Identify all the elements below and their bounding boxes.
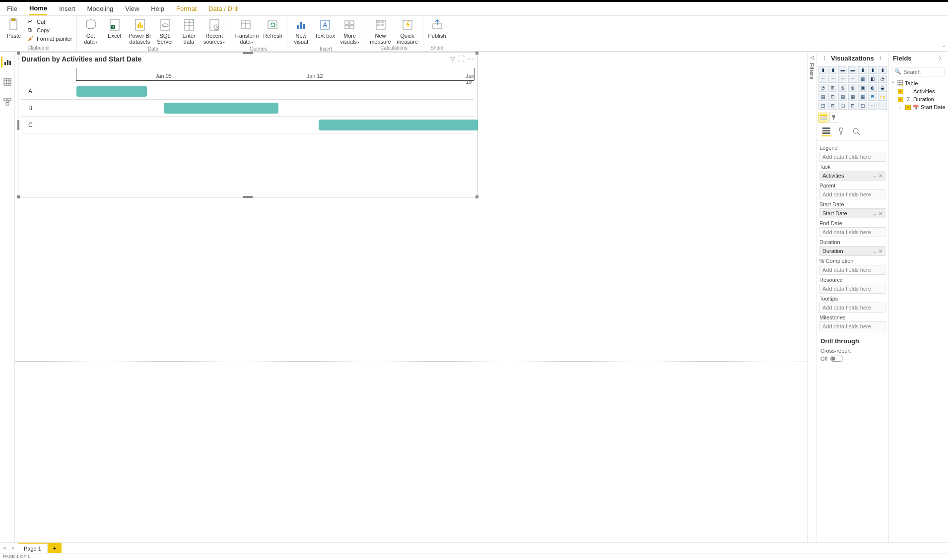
cross-report-toggle[interactable] <box>830 356 843 362</box>
viz-pane-collapse-left[interactable]: 〈 <box>820 55 826 62</box>
start-remove-icon[interactable]: ✕ <box>879 211 882 216</box>
well-start-date[interactable]: Start Date⌄✕ <box>819 208 885 218</box>
viz-type-12[interactable]: ◧ <box>868 75 877 83</box>
field-start-date[interactable]: ⌄ ✓ 📅 Start Date <box>891 103 946 111</box>
gantt-visual[interactable]: ▽ ⛶ ⋯ Duration by Activities and Start D… <box>18 53 477 197</box>
filter-icon[interactable]: ▽ <box>450 55 455 62</box>
recent-sources-button[interactable]: Recent sources▾ <box>202 17 227 46</box>
transform-data-button[interactable]: Transform data▾ <box>233 17 260 46</box>
fields-search[interactable]: 🔍 <box>892 67 945 76</box>
viz-type-6[interactable]: ▮ <box>878 66 887 74</box>
report-view-button[interactable] <box>1 57 12 67</box>
viz-type-23[interactable]: ▤ <box>838 93 847 101</box>
page-next-button[interactable]: ▸ <box>9 543 18 553</box>
viz-type-32[interactable]: ◫ <box>858 102 867 110</box>
viz-type-22[interactable]: ⊡ <box>828 93 837 101</box>
viz-type-11[interactable]: ▦ <box>858 75 867 83</box>
page-tab-1[interactable]: Page 1 <box>18 543 48 553</box>
viz-type-26[interactable]: R <box>868 93 877 101</box>
gantt-bar[interactable] <box>164 103 278 114</box>
page-prev-button[interactable]: ◂ <box>0 543 9 553</box>
new-visual-button[interactable]: New visual <box>290 17 312 45</box>
field-activities[interactable]: ✓ Activities <box>891 87 946 95</box>
start-caret-icon[interactable]: ⌄ <box>873 211 877 216</box>
tab-data-drill[interactable]: Data / Drill <box>208 3 239 14</box>
fields-pane-collapse[interactable]: 〉 <box>939 55 944 62</box>
viz-type-20[interactable]: ◒ <box>878 84 887 92</box>
viz-type-24[interactable]: ▦ <box>848 93 857 101</box>
checkbox-checked-icon[interactable]: ✓ <box>905 105 911 110</box>
viz-type-33[interactable]: ⋯ <box>868 102 877 110</box>
viz-type-29[interactable]: ⊟ <box>828 102 837 110</box>
well-resource[interactable]: Add data fields here <box>819 284 885 294</box>
tab-file[interactable]: File <box>7 3 17 14</box>
viz-type-7[interactable]: 〰 <box>818 75 827 83</box>
sql-server-button[interactable]: SQL Server <box>154 17 176 45</box>
report-canvas[interactable]: ▽ ⛶ ⋯ Duration by Activities and Start D… <box>15 52 807 542</box>
duration-caret-icon[interactable]: ⌄ <box>873 249 877 254</box>
viz-pane-collapse-right[interactable]: 〉 <box>879 55 884 62</box>
tab-help[interactable]: Help <box>151 3 164 14</box>
checkbox-checked-icon[interactable]: ✓ <box>898 89 903 94</box>
well-duration[interactable]: Duration⌄✕ <box>819 246 885 256</box>
viz-type-17[interactable]: ◍ <box>848 84 857 92</box>
well-end-date[interactable]: Add data fields here <box>819 227 885 237</box>
gantt-bar[interactable] <box>76 86 147 97</box>
more-options-icon[interactable]: ⋯ <box>468 55 474 62</box>
viz-type-16[interactable]: ◎ <box>838 84 847 92</box>
viz-type-13[interactable]: ◔ <box>878 75 887 83</box>
viz-type-5[interactable]: ▮ <box>868 66 877 74</box>
well-milestones[interactable]: Add data fields here <box>819 321 885 331</box>
filters-expand-button[interactable]: ◁ <box>810 55 814 60</box>
viz-type-9[interactable]: 〰 <box>838 75 847 83</box>
fields-icon[interactable] <box>821 126 831 136</box>
refresh-button[interactable]: Refresh <box>262 17 284 39</box>
viz-type-25[interactable]: ▦ <box>858 93 867 101</box>
tab-modeling[interactable]: Modeling <box>87 3 114 14</box>
filters-label[interactable]: Filters <box>809 63 815 79</box>
tab-insert[interactable]: Insert <box>59 3 75 14</box>
viz-type-30[interactable]: ◻ <box>838 102 847 110</box>
ribbon-collapse-button[interactable]: ⌃ <box>942 45 946 50</box>
pbi-datasets-button[interactable]: Power BI datasets <box>128 17 152 45</box>
well-parent[interactable]: Add data fields here <box>819 189 885 199</box>
paste-button[interactable]: Paste <box>3 17 25 39</box>
new-measure-button[interactable]: New measure <box>368 17 393 45</box>
checkbox-checked-icon[interactable]: ✓ <box>898 97 903 102</box>
viz-type-27[interactable]: Py <box>878 93 887 101</box>
viz-type-3[interactable]: ▬ <box>848 66 857 74</box>
focus-mode-icon[interactable]: ⛶ <box>458 55 465 62</box>
publish-button[interactable]: Publish <box>426 17 448 39</box>
well-tooltips[interactable]: Add data fields here <box>819 303 885 312</box>
viz-tab-fields[interactable] <box>818 113 828 123</box>
analytics-icon[interactable] <box>851 126 861 136</box>
task-caret-icon[interactable]: ⌄ <box>873 173 877 179</box>
field-table[interactable]: ⌃ Table <box>891 79 946 87</box>
tab-home[interactable]: Home <box>29 2 47 15</box>
copy-button[interactable]: ⧉Copy <box>27 26 73 34</box>
format-icon[interactable] <box>836 126 846 136</box>
data-view-button[interactable] <box>2 76 13 87</box>
viz-type-14[interactable]: ◔ <box>818 84 827 92</box>
tab-view[interactable]: View <box>125 3 139 14</box>
viz-type-1[interactable]: ▮ <box>828 66 837 74</box>
viz-type-18[interactable]: ▣ <box>858 84 867 92</box>
duration-remove-icon[interactable]: ✕ <box>879 249 882 254</box>
gantt-bar[interactable] <box>319 120 478 130</box>
enter-data-button[interactable]: + Enter data <box>178 17 200 45</box>
viz-type-2[interactable]: ▬ <box>838 66 847 74</box>
get-data-button[interactable]: Get data▾ <box>80 17 102 46</box>
well-task[interactable]: Activities⌄✕ <box>819 171 885 181</box>
viz-type-4[interactable]: ▮ <box>858 66 867 74</box>
text-box-button[interactable]: A Text box <box>314 17 336 39</box>
viz-type-10[interactable]: 〰 <box>848 75 857 83</box>
viz-type-0[interactable]: ▮ <box>818 66 827 74</box>
model-view-button[interactable] <box>2 96 13 107</box>
search-input[interactable] <box>903 69 943 75</box>
viz-tab-format[interactable] <box>829 113 839 123</box>
viz-type-31[interactable]: ⊡ <box>848 102 857 110</box>
more-visuals-button[interactable]: More visuals▾ <box>338 17 362 46</box>
quick-measure-button[interactable]: Quick measure <box>395 17 420 45</box>
viz-type-19[interactable]: ◐ <box>868 84 877 92</box>
well-completion[interactable]: Add data fields here <box>819 265 885 275</box>
